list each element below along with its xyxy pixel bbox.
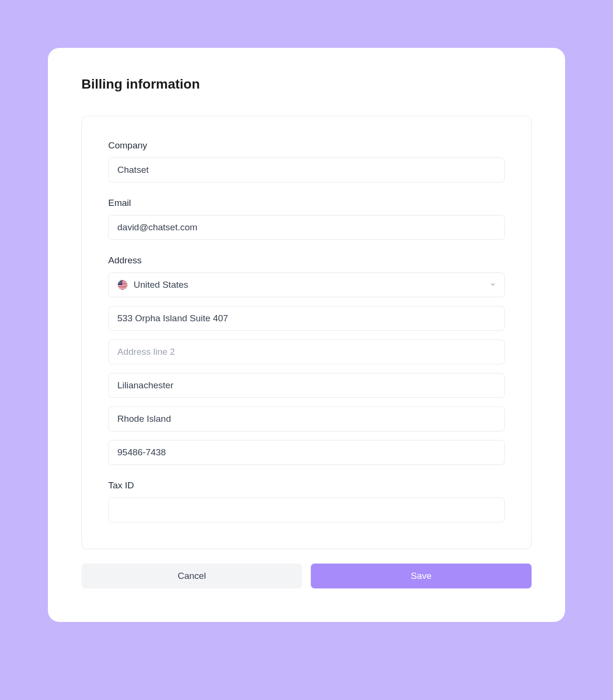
country-name: United States (134, 280, 484, 290)
svg-point-13 (120, 282, 121, 282)
address-line2-input[interactable] (108, 339, 505, 364)
cancel-button[interactable]: Cancel (81, 564, 302, 588)
svg-point-17 (119, 283, 120, 284)
svg-point-15 (120, 282, 120, 283)
svg-rect-5 (118, 286, 127, 287)
postal-input[interactable] (108, 440, 505, 465)
taxid-input[interactable] (108, 497, 505, 522)
svg-rect-6 (118, 287, 127, 288)
chevron-down-icon (490, 281, 496, 289)
company-label: Company (108, 140, 505, 151)
state-input[interactable] (108, 406, 505, 431)
address-line1-input[interactable] (108, 306, 505, 331)
country-select[interactable]: United States (108, 272, 505, 297)
svg-point-12 (119, 282, 120, 282)
svg-rect-7 (118, 289, 127, 290)
address-group: Address (108, 255, 505, 465)
address-stack: United States (108, 272, 505, 465)
form-panel: Company Email Address (81, 116, 532, 549)
svg-point-18 (120, 283, 121, 284)
page-title: Billing information (81, 77, 532, 92)
email-label: Email (108, 198, 505, 208)
svg-point-10 (120, 281, 120, 281)
company-group: Company (108, 140, 505, 182)
email-group: Email (108, 198, 505, 240)
billing-card: Billing information Company Email Addres… (48, 48, 565, 622)
us-flag-icon (117, 280, 128, 290)
taxid-label: Tax ID (108, 480, 505, 491)
company-input[interactable] (108, 158, 505, 182)
email-input[interactable] (108, 215, 505, 240)
svg-point-14 (118, 282, 119, 283)
save-button[interactable]: Save (311, 564, 532, 588)
city-input[interactable] (108, 373, 505, 398)
taxid-group: Tax ID (108, 480, 505, 522)
svg-point-16 (121, 282, 122, 283)
svg-point-11 (121, 281, 122, 281)
address-label: Address (108, 255, 505, 266)
svg-point-9 (118, 281, 119, 281)
button-row: Cancel Save (81, 564, 532, 588)
